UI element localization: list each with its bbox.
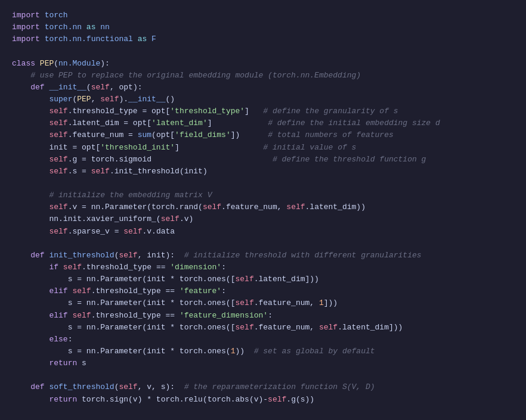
code-editor: import torch import torch.nn as nn impor…: [12, 10, 514, 420]
